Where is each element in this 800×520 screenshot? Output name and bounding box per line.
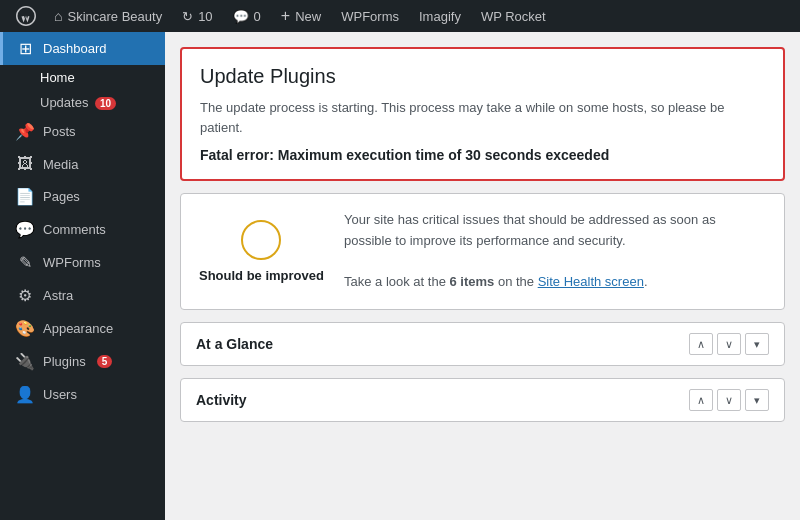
at-a-glance-widget: At a Glance ∧ ∨ ▾	[180, 322, 785, 366]
appearance-icon: 🎨	[15, 319, 35, 338]
updates-badge: 10	[95, 97, 116, 110]
sidebar-item-media[interactable]: 🖼 Media	[0, 148, 165, 180]
wprocket-bar[interactable]: WP Rocket	[471, 0, 556, 32]
sidebar-item-pages[interactable]: 📄 Pages	[0, 180, 165, 213]
update-plugins-title: Update Plugins	[200, 65, 765, 88]
wp-logo[interactable]	[8, 0, 44, 32]
new-bar[interactable]: + New	[271, 0, 331, 32]
wpforms-bar[interactable]: WPForms	[331, 0, 409, 32]
at-a-glance-header: At a Glance ∧ ∨ ▾	[181, 323, 784, 365]
imagify-bar[interactable]: Imagify	[409, 0, 471, 32]
activity-header: Activity ∧ ∨ ▾	[181, 379, 784, 421]
site-health-text: Your site has critical issues that shoul…	[344, 210, 766, 293]
sidebar-item-appearance[interactable]: 🎨 Appearance	[0, 312, 165, 345]
at-a-glance-collapse-down[interactable]: ∨	[717, 333, 741, 355]
activity-collapse-up[interactable]: ∧	[689, 389, 713, 411]
users-icon: 👤	[15, 385, 35, 404]
at-a-glance-title: At a Glance	[196, 336, 273, 352]
admin-bar: ⌂ Skincare Beauty ↻ 10 💬 0 + New WPForms…	[0, 0, 800, 32]
update-plugins-box: Update Plugins The update process is sta…	[180, 47, 785, 181]
sidebar-item-updates[interactable]: Updates 10	[0, 90, 165, 115]
at-a-glance-controls: ∧ ∨ ▾	[689, 333, 769, 355]
site-health-label: Should be improved	[199, 268, 324, 283]
comments-icon: 💬	[15, 220, 35, 239]
sidebar-item-users[interactable]: 👤 Users	[0, 378, 165, 411]
astra-icon: ⚙	[15, 286, 35, 305]
sidebar-item-comments[interactable]: 💬 Comments	[0, 213, 165, 246]
at-a-glance-collapse-up[interactable]: ∧	[689, 333, 713, 355]
site-health-screen-link[interactable]: Site Health screen	[538, 274, 644, 289]
activity-title: Activity	[196, 392, 247, 408]
update-plugins-error: Fatal error: Maximum execution time of 3…	[200, 147, 765, 163]
site-health-items-count: 6 items	[449, 274, 494, 289]
sidebar-item-posts[interactable]: 📌 Posts	[0, 115, 165, 148]
sidebar: ⊞ Dashboard Home Updates 10 📌 Posts 🖼 Me…	[0, 32, 165, 520]
update-plugins-description: The update process is starting. This pro…	[200, 98, 765, 137]
sidebar-item-wpforms[interactable]: ✎ WPForms	[0, 246, 165, 279]
site-health-icon-wrap: Should be improved	[199, 220, 324, 283]
activity-controls: ∧ ∨ ▾	[689, 389, 769, 411]
media-icon: 🖼	[15, 155, 35, 173]
sidebar-item-plugins[interactable]: 🔌 Plugins 5	[0, 345, 165, 378]
wpforms-icon: ✎	[15, 253, 35, 272]
activity-widget: Activity ∧ ∨ ▾	[180, 378, 785, 422]
site-name-bar[interactable]: ⌂ Skincare Beauty	[44, 0, 172, 32]
posts-icon: 📌	[15, 122, 35, 141]
sidebar-item-dashboard[interactable]: ⊞ Dashboard	[0, 32, 165, 65]
activity-collapse-down[interactable]: ∨	[717, 389, 741, 411]
sidebar-item-astra[interactable]: ⚙ Astra	[0, 279, 165, 312]
site-health-box: Should be improved Your site has critica…	[180, 193, 785, 310]
comments-bar[interactable]: 💬 0	[223, 0, 271, 32]
at-a-glance-toggle[interactable]: ▾	[745, 333, 769, 355]
plugins-badge: 5	[97, 355, 113, 368]
activity-toggle[interactable]: ▾	[745, 389, 769, 411]
main-content: Update Plugins The update process is sta…	[165, 32, 800, 520]
dashboard-icon: ⊞	[15, 39, 35, 58]
updates-bar[interactable]: ↻ 10	[172, 0, 222, 32]
plugins-icon: 🔌	[15, 352, 35, 371]
sidebar-item-home[interactable]: Home	[0, 65, 165, 90]
pages-icon: 📄	[15, 187, 35, 206]
site-health-circle	[241, 220, 281, 260]
